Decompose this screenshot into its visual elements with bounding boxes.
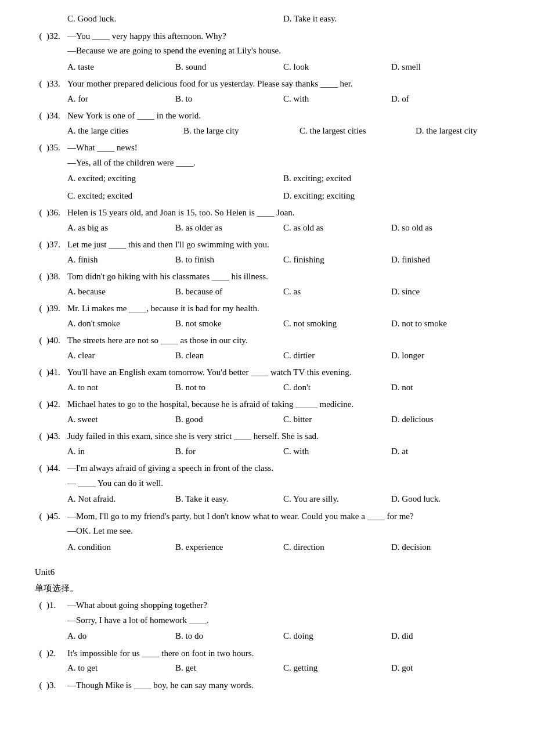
q34-paren: (	[35, 109, 46, 124]
u6q1-opt-d: D. did	[391, 629, 499, 644]
question-32: ( )32. —You ____ very happy this afterno…	[35, 29, 499, 75]
q41-options: A. to not B. not to C. don't D. not	[67, 380, 499, 395]
question-33: ( )33. Your mother prepared delicious fo…	[35, 77, 499, 106]
q32-opt-a: A. taste	[67, 60, 175, 75]
u6q1-opt-a: A. do	[67, 629, 175, 644]
question-45: ( )45. —Mom, I'll go to my friend's part…	[35, 509, 499, 555]
q40-opt-b: B. clean	[175, 348, 283, 363]
q45-opt-b: B. experience	[175, 540, 283, 555]
q40-opt-d: D. longer	[391, 348, 499, 363]
q41-paren: (	[35, 365, 46, 380]
q37-opt-b: B. to finish	[175, 253, 283, 268]
q41-opt-a: A. to not	[67, 380, 175, 395]
q40-opt-c: C. dirtier	[283, 348, 391, 363]
q33-options: A. for B. to C. with D. of	[67, 92, 499, 107]
q43-opt-c: C. with	[283, 444, 391, 459]
q39-paren: (	[35, 301, 46, 316]
q34-options: A. the large cities B. the large city C.…	[67, 124, 499, 139]
q33-paren: (	[35, 77, 46, 92]
q44-dialog: — ____ You can do it well.	[67, 476, 499, 491]
q42-options: A. sweet B. good C. bitter D. delicious	[67, 412, 499, 427]
u6q2-opt-b: B. get	[175, 661, 283, 676]
u6-question-3: ( )3. —Though Mike is ____ boy, he can s…	[35, 678, 499, 693]
u6q3-paren: (	[35, 678, 46, 693]
q45-options: A. condition B. experience C. direction …	[67, 540, 499, 555]
q40-text: The streets here are not so ____ as thos…	[67, 333, 499, 348]
q32-opt-d: D. smell	[391, 60, 499, 75]
q40-options: A. clear B. clean C. dirtier D. longer	[67, 348, 499, 363]
u6q1-paren: (	[35, 598, 46, 613]
q32-text: —You ____ very happy this afternoon. Why…	[67, 29, 499, 44]
q34-opt-a: A. the large cities	[67, 124, 183, 139]
q39-opt-c: C. not smoking	[283, 316, 391, 332]
q37-num: )37.	[46, 237, 67, 253]
q35-opt-b: B. exciting; excited	[283, 171, 499, 186]
q42-opt-a: A. sweet	[67, 412, 175, 427]
q41-text: You'll have an English exam tomorrow. Yo…	[67, 365, 499, 380]
question-35: ( )35. —What ____ news! —Yes, all of the…	[35, 141, 499, 203]
q43-num: )43.	[46, 429, 67, 444]
question-42: ( )42. Michael hates to go to the hospit…	[35, 397, 499, 427]
q32-num: )32.	[46, 29, 67, 44]
q33-text: Your mother prepared delicious food for …	[67, 77, 499, 92]
q45-text: —Mom, I'll go to my friend's party, but …	[67, 509, 499, 524]
u6q2-opt-d: D. got	[391, 661, 499, 676]
q43-opt-b: B. for	[175, 444, 283, 459]
q37-options: A. finish B. to finish C. finishing D. f…	[67, 253, 499, 268]
q39-opt-b: B. not smoke	[175, 316, 283, 332]
q38-opt-c: C. as	[283, 285, 391, 300]
q44-num: )44.	[46, 461, 67, 476]
q44-text: —I'm always afraid of giving a speech in…	[67, 461, 499, 476]
q39-opt-d: D. not to smoke	[391, 316, 499, 332]
u6q1-opt-c: C. doing	[283, 629, 391, 644]
q39-opt-a: A. don't smoke	[67, 316, 175, 332]
u6q1-opt-b: B. to do	[175, 629, 283, 644]
question-38: ( )38. Tom didn't go hiking with his cla…	[35, 269, 499, 299]
q34-opt-d: D. the largest city	[416, 124, 532, 139]
q45-opt-a: A. condition	[67, 540, 175, 555]
q44-options: A. Not afraid. B. Take it easy. C. You a…	[67, 492, 499, 507]
q41-num: )41.	[46, 365, 67, 380]
q36-opt-d: D. so old as	[391, 221, 499, 236]
question-44: ( )44. —I'm always afraid of giving a sp…	[35, 461, 499, 507]
u6q2-paren: (	[35, 646, 46, 661]
q37-text: Let me just ____ this and then I'll go s…	[67, 237, 499, 253]
q37-opt-d: D. finished	[391, 253, 499, 268]
q32-opt-c: C. look	[283, 60, 391, 75]
u6q1-num: )1.	[46, 598, 67, 613]
question-40: ( )40. The streets here are not so ____ …	[35, 333, 499, 363]
q32-options: A. taste B. sound C. look D. smell	[67, 60, 499, 75]
q42-text: Michael hates to go to the hospital, bec…	[67, 397, 499, 412]
u6-question-1: ( )1. —What about going shopping togethe…	[35, 598, 499, 644]
u6q2-num: )2.	[46, 646, 67, 661]
q34-opt-b: B. the large city	[183, 124, 300, 139]
q36-opt-b: B. as older as	[175, 221, 283, 236]
q34-text: New York is one of ____ in the world.	[67, 109, 499, 124]
u6q2-text: It's impossible for us ____ there on foo…	[67, 646, 499, 661]
q35-options-row2: C. excited; excited D. exciting; excitin…	[67, 189, 499, 204]
q40-num: )40.	[46, 333, 67, 348]
q38-opt-d: D. since	[391, 285, 499, 300]
q34-opt-c: C. the largest cities	[300, 124, 416, 139]
q41-opt-b: B. not to	[175, 380, 283, 395]
q36-num: )36.	[46, 206, 67, 221]
u6q1-dialog: —Sorry, I have a lot of homework ____.	[67, 613, 499, 628]
u6q2-options: A. to get B. get C. getting D. got	[67, 661, 499, 676]
q43-text: Judy failed in this exam, since she is v…	[67, 429, 499, 444]
q38-num: )38.	[46, 269, 67, 285]
q38-opt-a: A. because	[67, 285, 175, 300]
top-options-row: C. Good luck. D. Take it easy.	[67, 12, 499, 27]
q45-opt-d: D. decision	[391, 540, 499, 555]
q35-opt-a: A. excited; exciting	[67, 171, 283, 186]
u6q1-text: —What about going shopping together?	[67, 598, 499, 613]
q35-text: —What ____ news!	[67, 141, 499, 156]
q42-paren: (	[35, 397, 46, 412]
question-43: ( )43. Judy failed in this exam, since s…	[35, 429, 499, 459]
u6q3-num: )3.	[46, 678, 67, 693]
q42-opt-c: C. bitter	[283, 412, 391, 427]
q32-dialog: —Because we are going to spend the eveni…	[67, 44, 499, 59]
q42-num: )42.	[46, 397, 67, 412]
q37-opt-c: C. finishing	[283, 253, 391, 268]
q43-opt-a: A. in	[67, 444, 175, 459]
q35-options-row1: A. excited; exciting B. exciting; excite…	[67, 171, 499, 186]
